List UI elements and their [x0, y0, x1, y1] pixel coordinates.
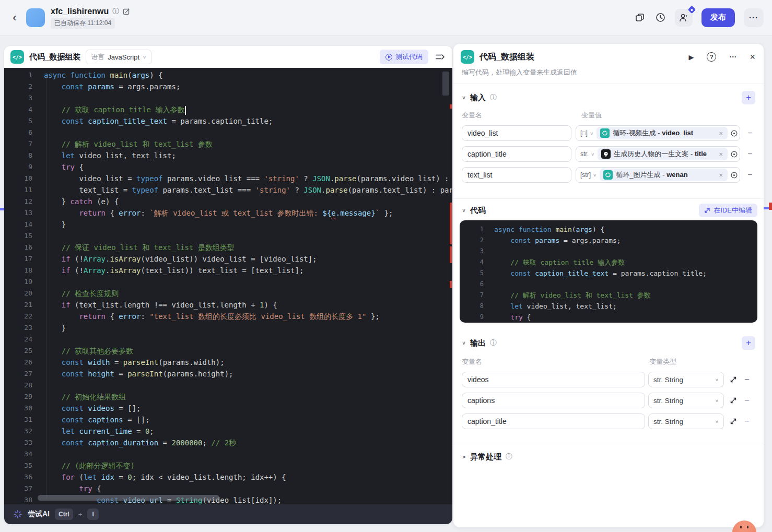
- code-line: 8 let video_list, text_list;: [4, 150, 452, 161]
- code-line: 1async function main(args) {: [4, 69, 452, 81]
- code-line: 8 let video_list, text_list;: [460, 301, 757, 312]
- code-line: 2 const params = args.params;: [4, 81, 452, 92]
- output-section-header[interactable]: ∨ 输出 ⓘ: [462, 336, 497, 350]
- output-row: str. String∨ −: [462, 413, 755, 429]
- panel-header: </> 代码_数据组装 ▶ ? ··· ×: [461, 50, 755, 64]
- test-code-button[interactable]: 测试代码: [380, 50, 428, 64]
- input-value-control[interactable]: str.∨ 生成历史人物的一生文案 - title ×: [576, 146, 740, 162]
- node-config-panel: </> 代码_数据组装 ▶ ? ··· × 编写代码，处理输入变量来生成返回值 …: [453, 44, 764, 527]
- code-editor-card: </> 代码_数据组装 语言 JavaScript ∨ 测试代码 1async …: [4, 46, 452, 524]
- output-type-select[interactable]: str. String∨: [648, 413, 724, 429]
- remove-input-button[interactable]: −: [745, 128, 755, 138]
- variable-reference-tag[interactable]: 循环_图片生成 - wenan ×: [600, 169, 728, 181]
- notification-badge: [688, 5, 696, 14]
- divider: [453, 84, 764, 84]
- chevron-down-icon: ∨: [462, 340, 466, 346]
- code-line: 14 }: [4, 219, 452, 230]
- input-name-field[interactable]: [462, 167, 571, 183]
- output-section-title: 输出: [470, 338, 486, 348]
- type-chip[interactable]: str.∨: [576, 150, 597, 158]
- clear-reference-icon[interactable]: ×: [718, 150, 724, 158]
- remove-output-button[interactable]: −: [742, 375, 752, 384]
- language-select[interactable]: 语言 JavaScript ∨: [86, 50, 151, 64]
- panel-subtitle: 编写代码，处理输入变量来生成返回值: [462, 68, 577, 77]
- clear-reference-icon[interactable]: ×: [718, 171, 724, 179]
- chevron-down-icon: ∨: [715, 377, 719, 382]
- output-row: str. String∨ −: [462, 372, 755, 387]
- input-name-field[interactable]: [462, 125, 571, 141]
- language-value: JavaScript: [108, 53, 139, 61]
- collaboration-button[interactable]: [675, 9, 693, 27]
- panel-more-icon[interactable]: ···: [729, 53, 736, 61]
- exception-section-header[interactable]: ∨ 异常处理 ⓘ: [462, 450, 512, 464]
- code-line: 5 const caption_title_text = params.capt…: [460, 268, 757, 279]
- input-name-field[interactable]: [462, 146, 571, 162]
- edit-in-ide-label: 在IDE中编辑: [713, 206, 752, 215]
- locate-node-icon[interactable]: [728, 168, 740, 182]
- add-input-button[interactable]: +: [742, 91, 755, 104]
- code-editor-content[interactable]: 1async function main(args) {2 const para…: [4, 69, 452, 504]
- variable-reference-tag[interactable]: 循环-视频生成 - video_list ×: [596, 127, 728, 139]
- code-section-header[interactable]: ∨ 代码: [462, 204, 486, 217]
- workflow-code-editor-app: ‹ xfc_lishirenwu ⓘ 已自动保存 11:12:04: [0, 0, 772, 532]
- type-chip[interactable]: [str]∨: [576, 171, 599, 179]
- output-name-field[interactable]: [462, 372, 645, 387]
- locate-node-icon[interactable]: [728, 147, 740, 161]
- code-line: 17 if (!Array.isArray(video_list)) video…: [4, 253, 452, 265]
- run-node-icon[interactable]: ▶: [688, 54, 694, 61]
- remove-input-button[interactable]: −: [745, 149, 755, 159]
- input-section-header[interactable]: ∨ 输入 ⓘ: [462, 91, 497, 104]
- editor-title: 代码_数据组装: [29, 52, 80, 62]
- type-chip[interactable]: [□]∨: [576, 129, 596, 137]
- code-line: 11 text_list = typeof params.text_list =…: [4, 184, 452, 196]
- rename-icon[interactable]: [123, 8, 130, 15]
- remove-input-button[interactable]: −: [745, 170, 755, 180]
- code-line: 3: [460, 246, 757, 257]
- input-value-control[interactable]: [□]∨ 循环-视频生成 - video_list ×: [576, 125, 740, 141]
- code-line: 21 if (text_list.length !== video_list.l…: [4, 299, 452, 311]
- workflow-title-block: xfc_lishirenwu ⓘ 已自动保存 11:12:04: [51, 7, 130, 29]
- chevron-down-icon: ∨: [143, 55, 146, 60]
- variable-reference-tag[interactable]: 生成历史人物的一生文案 - title ×: [598, 148, 728, 160]
- output-type-select[interactable]: str. String∨: [648, 393, 724, 408]
- output-type-select[interactable]: str. String∨: [648, 372, 724, 387]
- error-overview-mark: [450, 246, 452, 263]
- back-button[interactable]: ‹: [8, 11, 21, 24]
- input-value-control[interactable]: [str]∨ 循环_图片生成 - wenan ×: [576, 167, 740, 183]
- output-col-type: 变量类型: [649, 357, 676, 367]
- clear-reference-icon[interactable]: ×: [718, 129, 724, 137]
- publish-button[interactable]: 发布: [701, 8, 735, 27]
- expand-icon[interactable]: [730, 418, 737, 425]
- code-line: 7 // 解析 video_list 和 text_list 参数: [4, 138, 452, 150]
- code-line: 6: [460, 279, 757, 290]
- output-name-field[interactable]: [462, 413, 645, 429]
- vertical-scrollbar[interactable]: [442, 72, 449, 96]
- expand-icon[interactable]: [730, 397, 737, 404]
- help-icon[interactable]: ?: [707, 52, 716, 62]
- collapse-panel-icon[interactable]: [434, 51, 446, 63]
- duplicate-icon[interactable]: [634, 12, 646, 23]
- horizontal-scrollbar[interactable]: [38, 495, 219, 501]
- add-output-button[interactable]: +: [742, 336, 755, 350]
- code-line: 32 let current_time = 0;: [4, 425, 452, 437]
- info-icon[interactable]: ⓘ: [112, 8, 119, 15]
- edit-in-ide-button[interactable]: 在IDE中编辑: [699, 204, 757, 217]
- code-line: 13 return { error: `解析 video_list 或 text…: [4, 207, 452, 219]
- output-name-field[interactable]: [462, 393, 645, 408]
- code-preview[interactable]: 1async function main(args) {2 const para…: [460, 220, 757, 323]
- close-icon[interactable]: ×: [750, 52, 755, 62]
- more-options-button[interactable]: ···: [744, 8, 764, 27]
- code-line: 5 const caption_title_text = params.capt…: [4, 115, 452, 127]
- autosave-status: 已自动保存 11:12:04: [51, 18, 115, 29]
- remove-output-button[interactable]: −: [742, 417, 752, 426]
- ai-assist-bar[interactable]: 尝试AI Ctrl + I: [4, 504, 452, 524]
- loop-node-icon: [603, 170, 613, 180]
- code-editor[interactable]: 1async function main(args) {2 const para…: [4, 68, 452, 504]
- code-line: 20 // 检查长度规则: [4, 288, 452, 299]
- history-icon[interactable]: [654, 12, 666, 23]
- test-code-label: 测试代码: [395, 52, 423, 62]
- remove-output-button[interactable]: −: [742, 396, 752, 405]
- open-external-icon: [704, 207, 710, 214]
- locate-node-icon[interactable]: [728, 126, 740, 140]
- expand-icon[interactable]: [730, 376, 737, 383]
